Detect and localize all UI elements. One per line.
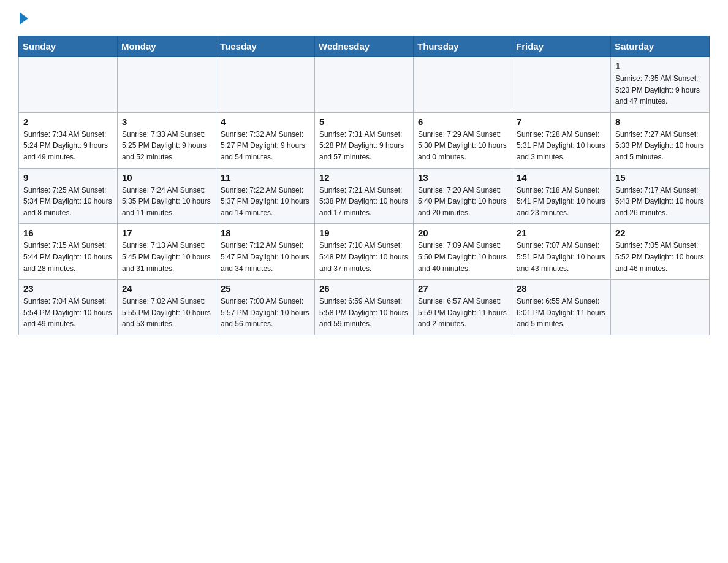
calendar-cell: [19, 57, 118, 113]
day-number: 11: [221, 172, 310, 183]
day-number: 14: [517, 172, 606, 183]
day-info: Sunrise: 7:21 AM Sunset: 5:38 PM Dayligh…: [319, 185, 409, 219]
day-number: 15: [615, 172, 705, 183]
day-number: 21: [517, 228, 606, 238]
calendar-cell: 23Sunrise: 7:04 AM Sunset: 5:54 PM Dayli…: [19, 280, 118, 335]
day-info: Sunrise: 7:12 AM Sunset: 5:47 PM Dayligh…: [221, 240, 310, 274]
day-info: Sunrise: 7:05 AM Sunset: 5:52 PM Dayligh…: [615, 240, 705, 274]
day-number: 9: [23, 172, 113, 183]
calendar-cell: 27Sunrise: 6:57 AM Sunset: 5:59 PM Dayli…: [414, 280, 512, 335]
day-number: 19: [319, 228, 409, 238]
calendar-cell: 16Sunrise: 7:15 AM Sunset: 5:44 PM Dayli…: [19, 224, 118, 280]
calendar-cell: 5Sunrise: 7:31 AM Sunset: 5:28 PM Daylig…: [315, 112, 414, 168]
day-info: Sunrise: 7:22 AM Sunset: 5:37 PM Dayligh…: [221, 185, 310, 219]
day-number: 16: [23, 228, 113, 238]
week-row-4: 16Sunrise: 7:15 AM Sunset: 5:44 PM Dayli…: [19, 224, 710, 280]
day-number: 1: [615, 61, 705, 71]
calendar-cell: 18Sunrise: 7:12 AM Sunset: 5:47 PM Dayli…: [216, 224, 315, 280]
calendar-cell: 26Sunrise: 6:59 AM Sunset: 5:58 PM Dayli…: [315, 280, 414, 335]
calendar-cell: 17Sunrise: 7:13 AM Sunset: 5:45 PM Dayli…: [118, 224, 216, 280]
calendar-cell: 12Sunrise: 7:21 AM Sunset: 5:38 PM Dayli…: [315, 168, 414, 224]
calendar-cell: 13Sunrise: 7:20 AM Sunset: 5:40 PM Dayli…: [414, 168, 512, 224]
calendar-table: SundayMondayTuesdayWednesdayThursdayFrid…: [18, 36, 710, 335]
weekday-header-monday: Monday: [118, 36, 216, 57]
calendar-cell: 4Sunrise: 7:32 AM Sunset: 5:27 PM Daylig…: [216, 112, 315, 168]
calendar-cell: [216, 57, 315, 113]
day-number: 24: [122, 283, 211, 294]
calendar-cell: [414, 57, 512, 113]
calendar-cell: 19Sunrise: 7:10 AM Sunset: 5:48 PM Dayli…: [315, 224, 414, 280]
weekday-header-sunday: Sunday: [19, 36, 118, 57]
day-info: Sunrise: 7:13 AM Sunset: 5:45 PM Dayligh…: [122, 240, 211, 274]
calendar-cell: 22Sunrise: 7:05 AM Sunset: 5:52 PM Dayli…: [611, 224, 710, 280]
day-info: Sunrise: 7:00 AM Sunset: 5:57 PM Dayligh…: [221, 296, 310, 330]
calendar-cell: 7Sunrise: 7:28 AM Sunset: 5:31 PM Daylig…: [512, 112, 611, 168]
day-number: 2: [23, 117, 113, 127]
week-row-5: 23Sunrise: 7:04 AM Sunset: 5:54 PM Dayli…: [19, 280, 710, 335]
calendar-cell: 3Sunrise: 7:33 AM Sunset: 5:25 PM Daylig…: [118, 112, 216, 168]
day-number: 27: [418, 283, 507, 294]
day-info: Sunrise: 7:20 AM Sunset: 5:40 PM Dayligh…: [418, 185, 507, 219]
day-info: Sunrise: 7:24 AM Sunset: 5:35 PM Dayligh…: [122, 185, 211, 219]
day-number: 6: [418, 117, 507, 127]
day-info: Sunrise: 6:59 AM Sunset: 5:58 PM Dayligh…: [319, 296, 409, 330]
calendar-cell: 21Sunrise: 7:07 AM Sunset: 5:51 PM Dayli…: [512, 224, 611, 280]
day-info: Sunrise: 7:09 AM Sunset: 5:50 PM Dayligh…: [418, 240, 507, 274]
calendar-cell: 9Sunrise: 7:25 AM Sunset: 5:34 PM Daylig…: [19, 168, 118, 224]
day-info: Sunrise: 7:35 AM Sunset: 5:23 PM Dayligh…: [615, 73, 705, 107]
logo: [18, 12, 28, 25]
calendar-cell: 1Sunrise: 7:35 AM Sunset: 5:23 PM Daylig…: [611, 57, 710, 113]
day-number: 10: [122, 172, 211, 183]
week-row-1: 1Sunrise: 7:35 AM Sunset: 5:23 PM Daylig…: [19, 57, 710, 113]
day-number: 12: [319, 172, 409, 183]
day-number: 28: [517, 283, 606, 294]
day-info: Sunrise: 7:04 AM Sunset: 5:54 PM Dayligh…: [23, 296, 113, 330]
weekday-header-saturday: Saturday: [611, 36, 710, 57]
calendar-cell: 10Sunrise: 7:24 AM Sunset: 5:35 PM Dayli…: [118, 168, 216, 224]
day-number: 23: [23, 283, 113, 294]
weekday-header-friday: Friday: [512, 36, 611, 57]
day-info: Sunrise: 7:27 AM Sunset: 5:33 PM Dayligh…: [615, 129, 705, 163]
calendar-cell: 2Sunrise: 7:34 AM Sunset: 5:24 PM Daylig…: [19, 112, 118, 168]
day-number: 20: [418, 228, 507, 238]
day-info: Sunrise: 7:34 AM Sunset: 5:24 PM Dayligh…: [23, 129, 113, 163]
page-header: [18, 12, 710, 25]
calendar-cell: 24Sunrise: 7:02 AM Sunset: 5:55 PM Dayli…: [118, 280, 216, 335]
day-number: 5: [319, 117, 409, 127]
weekday-header-row: SundayMondayTuesdayWednesdayThursdayFrid…: [19, 36, 710, 57]
week-row-3: 9Sunrise: 7:25 AM Sunset: 5:34 PM Daylig…: [19, 168, 710, 224]
day-info: Sunrise: 7:25 AM Sunset: 5:34 PM Dayligh…: [23, 185, 113, 219]
calendar-cell: 25Sunrise: 7:00 AM Sunset: 5:57 PM Dayli…: [216, 280, 315, 335]
day-info: Sunrise: 7:28 AM Sunset: 5:31 PM Dayligh…: [517, 129, 606, 163]
calendar-cell: 6Sunrise: 7:29 AM Sunset: 5:30 PM Daylig…: [414, 112, 512, 168]
week-row-2: 2Sunrise: 7:34 AM Sunset: 5:24 PM Daylig…: [19, 112, 710, 168]
calendar-cell: [512, 57, 611, 113]
day-info: Sunrise: 7:18 AM Sunset: 5:41 PM Dayligh…: [517, 185, 606, 219]
day-number: 22: [615, 228, 705, 238]
weekday-header-thursday: Thursday: [414, 36, 512, 57]
day-number: 17: [122, 228, 211, 238]
calendar-cell: 8Sunrise: 7:27 AM Sunset: 5:33 PM Daylig…: [611, 112, 710, 168]
calendar-cell: [118, 57, 216, 113]
day-info: Sunrise: 7:29 AM Sunset: 5:30 PM Dayligh…: [418, 129, 507, 163]
calendar-cell: [611, 280, 710, 335]
calendar-cell: [315, 57, 414, 113]
weekday-header-wednesday: Wednesday: [315, 36, 414, 57]
day-number: 25: [221, 283, 310, 294]
day-info: Sunrise: 7:15 AM Sunset: 5:44 PM Dayligh…: [23, 240, 113, 274]
calendar-cell: 11Sunrise: 7:22 AM Sunset: 5:37 PM Dayli…: [216, 168, 315, 224]
calendar-cell: 15Sunrise: 7:17 AM Sunset: 5:43 PM Dayli…: [611, 168, 710, 224]
calendar-cell: 28Sunrise: 6:55 AM Sunset: 6:01 PM Dayli…: [512, 280, 611, 335]
calendar-cell: 20Sunrise: 7:09 AM Sunset: 5:50 PM Dayli…: [414, 224, 512, 280]
day-info: Sunrise: 7:33 AM Sunset: 5:25 PM Dayligh…: [122, 129, 211, 163]
day-number: 26: [319, 283, 409, 294]
day-info: Sunrise: 7:32 AM Sunset: 5:27 PM Dayligh…: [221, 129, 310, 163]
day-number: 8: [615, 117, 705, 127]
day-number: 4: [221, 117, 310, 127]
day-number: 7: [517, 117, 606, 127]
day-number: 3: [122, 117, 211, 127]
weekday-header-tuesday: Tuesday: [216, 36, 315, 57]
day-number: 18: [221, 228, 310, 238]
day-info: Sunrise: 7:02 AM Sunset: 5:55 PM Dayligh…: [122, 296, 211, 330]
day-info: Sunrise: 6:57 AM Sunset: 5:59 PM Dayligh…: [418, 296, 507, 330]
